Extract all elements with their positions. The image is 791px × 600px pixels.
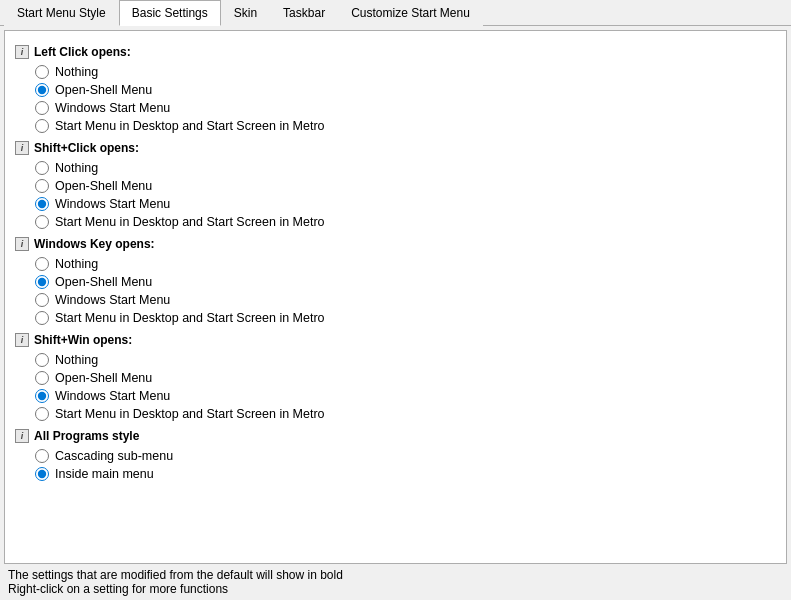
radio-item-shift-win-openshell: Open-Shell Menu: [35, 369, 776, 387]
radio-item-shift-click-nothing: Nothing: [35, 159, 776, 177]
radio-group-shift-click: NothingOpen-Shell MenuWindows Start Menu…: [35, 159, 776, 231]
radio-label-shift-win-nothing[interactable]: Nothing: [55, 353, 98, 367]
radio-input-shift-click-nothing[interactable]: [35, 161, 49, 175]
section-title-all-programs: All Programs style: [34, 429, 139, 443]
section-label-shift-win: Shift+Win opens:: [15, 333, 776, 347]
radio-label-shift-click-desktop-metro[interactable]: Start Menu in Desktop and Start Screen i…: [55, 215, 325, 229]
panel-and-footer: Left Click opens:NothingOpen-Shell MenuW…: [4, 30, 787, 600]
radio-group-shift-win: NothingOpen-Shell MenuWindows Start Menu…: [35, 351, 776, 423]
radio-group-windows-key: NothingOpen-Shell MenuWindows Start Menu…: [35, 255, 776, 327]
radio-input-windows-key-openshell[interactable]: [35, 275, 49, 289]
footer-line2: Right-click on a setting for more functi…: [8, 582, 783, 596]
radio-label-left-click-nothing[interactable]: Nothing: [55, 65, 98, 79]
radio-input-all-programs-inside[interactable]: [35, 467, 49, 481]
radio-item-windows-key-windows: Windows Start Menu: [35, 291, 776, 309]
radio-input-left-click-windows[interactable]: [35, 101, 49, 115]
radio-input-left-click-openshell[interactable]: [35, 83, 49, 97]
radio-item-shift-win-desktop-metro: Start Menu in Desktop and Start Screen i…: [35, 405, 776, 423]
radio-label-windows-key-windows[interactable]: Windows Start Menu: [55, 293, 170, 307]
radio-label-all-programs-inside[interactable]: Inside main menu: [55, 467, 154, 481]
radio-label-shift-click-openshell[interactable]: Open-Shell Menu: [55, 179, 152, 193]
radio-item-left-click-nothing: Nothing: [35, 63, 776, 81]
section-label-all-programs: All Programs style: [15, 429, 776, 443]
radio-label-left-click-openshell[interactable]: Open-Shell Menu: [55, 83, 152, 97]
radio-input-shift-click-openshell[interactable]: [35, 179, 49, 193]
radio-input-windows-key-windows[interactable]: [35, 293, 49, 307]
radio-item-windows-key-openshell: Open-Shell Menu: [35, 273, 776, 291]
content-wrapper: Left Click opens:NothingOpen-Shell MenuW…: [0, 26, 791, 600]
radio-input-shift-click-desktop-metro[interactable]: [35, 215, 49, 229]
radio-input-shift-win-windows[interactable]: [35, 389, 49, 403]
radio-label-windows-key-nothing[interactable]: Nothing: [55, 257, 98, 271]
tabs-bar: Start Menu StyleBasic SettingsSkinTaskba…: [0, 0, 791, 26]
radio-input-shift-win-desktop-metro[interactable]: [35, 407, 49, 421]
radio-label-all-programs-cascading[interactable]: Cascading sub-menu: [55, 449, 173, 463]
radio-label-shift-win-openshell[interactable]: Open-Shell Menu: [55, 371, 152, 385]
radio-label-shift-win-windows[interactable]: Windows Start Menu: [55, 389, 170, 403]
section-icon-shift-click: [15, 141, 29, 155]
settings-inner: Left Click opens:NothingOpen-Shell MenuW…: [5, 31, 786, 495]
radio-item-left-click-desktop-metro: Start Menu in Desktop and Start Screen i…: [35, 117, 776, 135]
radio-label-windows-key-desktop-metro[interactable]: Start Menu in Desktop and Start Screen i…: [55, 311, 325, 325]
main-wrapper: Start Menu StyleBasic SettingsSkinTaskba…: [0, 0, 791, 600]
radio-group-all-programs: Cascading sub-menuInside main menu: [35, 447, 776, 483]
section-icon-all-programs: [15, 429, 29, 443]
radio-label-left-click-windows[interactable]: Windows Start Menu: [55, 101, 170, 115]
radio-item-all-programs-cascading: Cascading sub-menu: [35, 447, 776, 465]
radio-item-windows-key-nothing: Nothing: [35, 255, 776, 273]
footer-line1: The settings that are modified from the …: [8, 568, 783, 582]
radio-item-windows-key-desktop-metro: Start Menu in Desktop and Start Screen i…: [35, 309, 776, 327]
section-icon-shift-win: [15, 333, 29, 347]
radio-label-windows-key-openshell[interactable]: Open-Shell Menu: [55, 275, 152, 289]
radio-input-shift-win-nothing[interactable]: [35, 353, 49, 367]
tab-taskbar[interactable]: Taskbar: [270, 0, 338, 26]
section-title-shift-win: Shift+Win opens:: [34, 333, 132, 347]
tab-customize-start-menu[interactable]: Customize Start Menu: [338, 0, 483, 26]
radio-label-shift-click-windows[interactable]: Windows Start Menu: [55, 197, 170, 211]
section-title-left-click: Left Click opens:: [34, 45, 131, 59]
section-title-shift-click: Shift+Click opens:: [34, 141, 139, 155]
section-label-left-click: Left Click opens:: [15, 45, 776, 59]
tab-start-menu-style[interactable]: Start Menu Style: [4, 0, 119, 26]
radio-input-all-programs-cascading[interactable]: [35, 449, 49, 463]
radio-input-shift-win-openshell[interactable]: [35, 371, 49, 385]
radio-item-shift-win-windows: Windows Start Menu: [35, 387, 776, 405]
radio-input-shift-click-windows[interactable]: [35, 197, 49, 211]
tab-basic-settings[interactable]: Basic Settings: [119, 0, 221, 26]
radio-input-windows-key-desktop-metro[interactable]: [35, 311, 49, 325]
tab-skin[interactable]: Skin: [221, 0, 270, 26]
radio-label-shift-win-desktop-metro[interactable]: Start Menu in Desktop and Start Screen i…: [55, 407, 325, 421]
radio-input-left-click-desktop-metro[interactable]: [35, 119, 49, 133]
radio-item-shift-win-nothing: Nothing: [35, 351, 776, 369]
radio-label-shift-click-nothing[interactable]: Nothing: [55, 161, 98, 175]
section-label-shift-click: Shift+Click opens:: [15, 141, 776, 155]
radio-item-left-click-openshell: Open-Shell Menu: [35, 81, 776, 99]
settings-panel[interactable]: Left Click opens:NothingOpen-Shell MenuW…: [4, 30, 787, 564]
radio-group-left-click: NothingOpen-Shell MenuWindows Start Menu…: [35, 63, 776, 135]
radio-item-shift-click-desktop-metro: Start Menu in Desktop and Start Screen i…: [35, 213, 776, 231]
radio-item-shift-click-windows: Windows Start Menu: [35, 195, 776, 213]
footer-area: The settings that are modified from the …: [4, 564, 787, 600]
radio-input-windows-key-nothing[interactable]: [35, 257, 49, 271]
section-title-windows-key: Windows Key opens:: [34, 237, 155, 251]
radio-item-all-programs-inside: Inside main menu: [35, 465, 776, 483]
section-icon-windows-key: [15, 237, 29, 251]
radio-item-left-click-windows: Windows Start Menu: [35, 99, 776, 117]
section-label-windows-key: Windows Key opens:: [15, 237, 776, 251]
section-icon-left-click: [15, 45, 29, 59]
radio-item-shift-click-openshell: Open-Shell Menu: [35, 177, 776, 195]
radio-label-left-click-desktop-metro[interactable]: Start Menu in Desktop and Start Screen i…: [55, 119, 325, 133]
radio-input-left-click-nothing[interactable]: [35, 65, 49, 79]
